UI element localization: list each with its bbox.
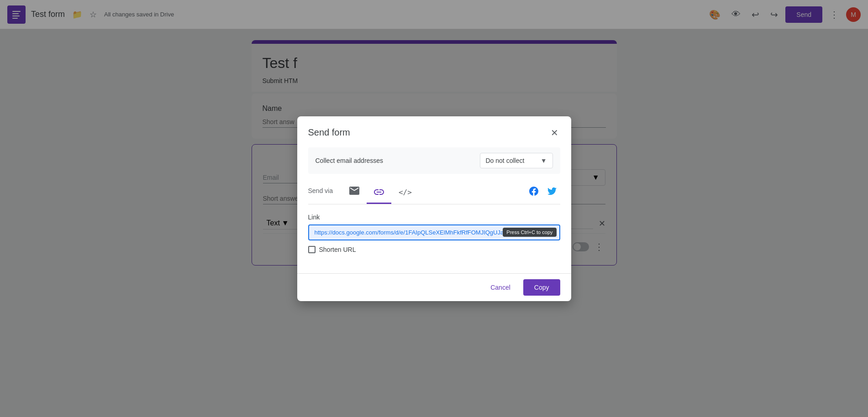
send-via-row: Send via </> xyxy=(308,183,560,204)
collect-email-label: Collect email addresses xyxy=(316,157,384,164)
cancel-button[interactable]: Cancel xyxy=(483,280,518,295)
shorten-url-label: Shorten URL xyxy=(319,246,356,253)
tab-email[interactable] xyxy=(342,183,367,204)
collect-option-text: Do not collect xyxy=(486,157,525,164)
link-section-label: Link xyxy=(308,214,560,221)
modal-header: Send form ✕ xyxy=(297,116,571,147)
collect-select-arrow: ▼ xyxy=(541,157,547,164)
social-tabs xyxy=(526,183,560,203)
modal-body: Collect email addresses Do not collect ▼… xyxy=(297,147,571,273)
shorten-url-row: Shorten URL xyxy=(308,246,560,253)
tab-facebook[interactable] xyxy=(526,183,542,203)
send-via-label: Send via xyxy=(308,187,333,200)
modal-overlay: Send form ✕ Collect email addresses Do n… xyxy=(0,0,868,417)
tab-link[interactable] xyxy=(367,183,391,204)
copy-button[interactable]: Copy xyxy=(523,279,560,296)
modal-title: Send form xyxy=(308,127,350,138)
modal-footer: Cancel Copy xyxy=(297,273,571,301)
shorten-url-checkbox[interactable] xyxy=(308,246,316,253)
link-url-input[interactable] xyxy=(308,224,560,240)
tab-twitter[interactable] xyxy=(544,183,560,203)
collect-email-select[interactable]: Do not collect ▼ xyxy=(480,153,553,168)
send-form-modal: Send form ✕ Collect email addresses Do n… xyxy=(297,116,571,301)
collect-email-row: Collect email addresses Do not collect ▼ xyxy=(308,147,560,174)
modal-close-button[interactable]: ✕ xyxy=(549,125,560,140)
link-input-row: Press Ctrl+C to copy xyxy=(308,224,560,240)
tab-embed[interactable]: </> xyxy=(391,183,419,204)
